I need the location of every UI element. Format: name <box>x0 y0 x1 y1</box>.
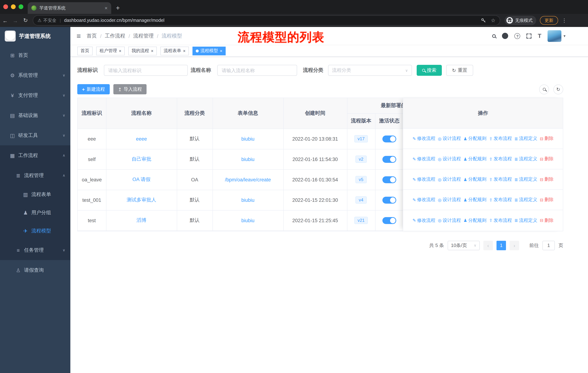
app-logo[interactable]: 芋道管理系统 <box>0 27 70 45</box>
delete-link[interactable]: ⊟删除 <box>540 135 554 142</box>
browser-update-button[interactable]: 更新 <box>540 16 558 25</box>
version-badge[interactable]: v4 <box>356 196 367 204</box>
process-id-input[interactable] <box>104 65 188 76</box>
sidebar-item-workflow[interactable]: ▦ 工作流程 ∧ <box>0 145 70 165</box>
security-chip[interactable]: ⚠ 不安全 <box>38 17 56 23</box>
tag-process-model-active[interactable]: 流程模型 × <box>192 46 226 55</box>
active-toggle[interactable] <box>382 156 396 163</box>
publish-process-link[interactable]: ⇧发布流程 <box>489 135 512 142</box>
minimize-window-button[interactable] <box>11 4 16 9</box>
design-process-link[interactable]: ◎设计流程 <box>438 217 461 223</box>
help-icon[interactable]: ? <box>514 33 520 39</box>
close-window-button[interactable] <box>3 4 8 9</box>
active-toggle[interactable] <box>382 135 396 142</box>
tag-my-process[interactable]: 我的流程 × <box>128 46 157 55</box>
browser-tab[interactable]: 芋道管理系统 × <box>28 2 111 14</box>
assign-rule-link[interactable]: ♟分配规则 <box>463 156 486 162</box>
publish-process-link[interactable]: ⇧发布流程 <box>489 197 512 203</box>
edit-process-link[interactable]: ✎修改流程 <box>412 135 435 142</box>
version-badge[interactable]: v21 <box>354 217 368 224</box>
process-name-link[interactable]: eeee <box>136 136 147 141</box>
design-process-link[interactable]: ◎设计流程 <box>438 197 461 203</box>
form-link[interactable]: biubiu <box>241 136 254 141</box>
search-icon[interactable] <box>492 34 496 38</box>
new-tab-button[interactable]: + <box>116 3 120 13</box>
version-badge[interactable]: v17 <box>354 135 368 142</box>
sidebar-item-system[interactable]: ⚙ 系统管理 ∨ <box>0 65 70 85</box>
form-link[interactable]: /bpm/oa/leave/create <box>225 177 271 182</box>
process-definition-link[interactable]: ≣流程定义 <box>514 176 537 182</box>
page-size-select[interactable]: 10条/页 ∨ <box>448 241 480 250</box>
prev-page-button[interactable]: ‹ <box>483 241 493 250</box>
sidebar-item-devtools[interactable]: ◫ 研发工具 ∨ <box>0 125 70 145</box>
publish-process-link[interactable]: ⇧发布流程 <box>489 176 512 182</box>
design-process-link[interactable]: ◎设计流程 <box>438 176 461 182</box>
design-process-link[interactable]: ◎设计流程 <box>438 135 461 142</box>
close-icon[interactable]: × <box>151 49 153 53</box>
back-icon[interactable]: ← <box>0 17 10 23</box>
process-name-link[interactable]: 滔博 <box>136 217 146 223</box>
sidebar-collapse-icon[interactable]: ≡ <box>77 32 81 40</box>
edit-process-link[interactable]: ✎修改流程 <box>412 156 435 162</box>
sidebar-item-infrastructure[interactable]: ▤ 基础设施 ∨ <box>0 105 70 125</box>
user-menu[interactable]: ▼ <box>547 30 566 42</box>
assign-rule-link[interactable]: ♟分配规则 <box>463 197 486 203</box>
publish-process-link[interactable]: ⇧发布流程 <box>489 217 512 223</box>
breadcrumb-item[interactable]: 流程管理 <box>133 33 154 39</box>
browser-menu-icon[interactable]: ⋮ <box>562 18 567 23</box>
breadcrumb-item[interactable]: 首页 <box>87 33 97 39</box>
font-size-icon[interactable]: T <box>538 33 542 39</box>
assign-rule-link[interactable]: ♟分配规则 <box>463 217 486 223</box>
version-badge[interactable]: v5 <box>356 176 367 183</box>
toggle-search-button[interactable] <box>539 84 549 94</box>
assign-rule-link[interactable]: ♟分配规则 <box>463 135 486 142</box>
design-process-link[interactable]: ◎设计流程 <box>438 156 461 162</box>
process-name-link[interactable]: 测试多审批人 <box>127 197 156 202</box>
tag-tenant[interactable]: 租户管理 × <box>96 46 125 55</box>
search-button[interactable]: 搜索 <box>417 65 442 76</box>
process-definition-link[interactable]: ≣流程定义 <box>514 156 537 162</box>
sidebar-item-home[interactable]: ⊞ 首页 <box>0 45 70 65</box>
address-bar[interactable]: ⚠ 不安全 | dashboard.yudao.iocoder.cn/bpm/m… <box>33 15 500 26</box>
process-definition-link[interactable]: ≣流程定义 <box>514 197 537 203</box>
tab-close-icon[interactable]: × <box>105 5 107 11</box>
github-icon[interactable] <box>502 33 508 39</box>
close-icon[interactable]: × <box>220 49 222 53</box>
reload-icon[interactable]: ↻ <box>21 17 31 24</box>
form-link[interactable]: biubiu <box>241 156 254 162</box>
goto-page-input[interactable] <box>542 241 555 250</box>
process-name-input[interactable] <box>217 65 297 76</box>
breadcrumb-item[interactable]: 工作流程 <box>105 33 125 39</box>
bookmark-star-icon[interactable]: ☆ <box>491 18 495 23</box>
sidebar-item-process-model[interactable]: ✈ 流程模型 <box>0 222 70 240</box>
sidebar-item-user-group[interactable]: ♟ 用户分组 <box>0 204 70 222</box>
active-toggle[interactable] <box>382 197 396 203</box>
edit-process-link[interactable]: ✎修改流程 <box>412 176 435 182</box>
delete-link[interactable]: ⊟删除 <box>540 176 554 182</box>
assign-rule-link[interactable]: ♟分配规则 <box>463 176 486 182</box>
active-toggle[interactable] <box>382 217 396 224</box>
tag-home[interactable]: 首页 <box>77 46 93 55</box>
create-process-button[interactable]: + 新建流程 <box>77 84 110 94</box>
sidebar-item-task-management[interactable]: ≡ 任务管理 ∨ <box>0 240 70 260</box>
fullscreen-icon[interactable] <box>526 33 532 39</box>
sidebar-item-process-form[interactable]: ▥ 流程表单 <box>0 185 70 204</box>
delete-link[interactable]: ⊟删除 <box>540 156 554 162</box>
maximize-window-button[interactable] <box>19 4 23 9</box>
sidebar-item-leave-query[interactable]: ♙ 请假查询 <box>0 260 70 280</box>
password-key-icon[interactable] <box>481 18 486 23</box>
process-definition-link[interactable]: ≣流程定义 <box>514 135 537 142</box>
close-icon[interactable]: × <box>183 49 186 53</box>
process-name-link[interactable]: OA 请假 <box>132 177 150 182</box>
sidebar-item-payment[interactable]: ¥ 支付管理 ∨ <box>0 85 70 105</box>
form-link[interactable]: biubiu <box>241 197 254 203</box>
active-toggle[interactable] <box>382 176 396 183</box>
process-definition-link[interactable]: ≣流程定义 <box>514 217 537 223</box>
delete-link[interactable]: ⊟删除 <box>540 217 554 223</box>
reset-button[interactable]: ↻ 重置 <box>446 65 473 76</box>
version-badge[interactable]: v2 <box>356 156 367 163</box>
process-name-link[interactable]: 自己审批 <box>132 156 151 162</box>
sidebar-item-process-management[interactable]: ≣ 流程管理 ∧ <box>0 165 70 185</box>
refresh-table-button[interactable]: ↻ <box>553 84 563 94</box>
import-process-button[interactable]: ↥ 导入流程 <box>113 84 147 94</box>
